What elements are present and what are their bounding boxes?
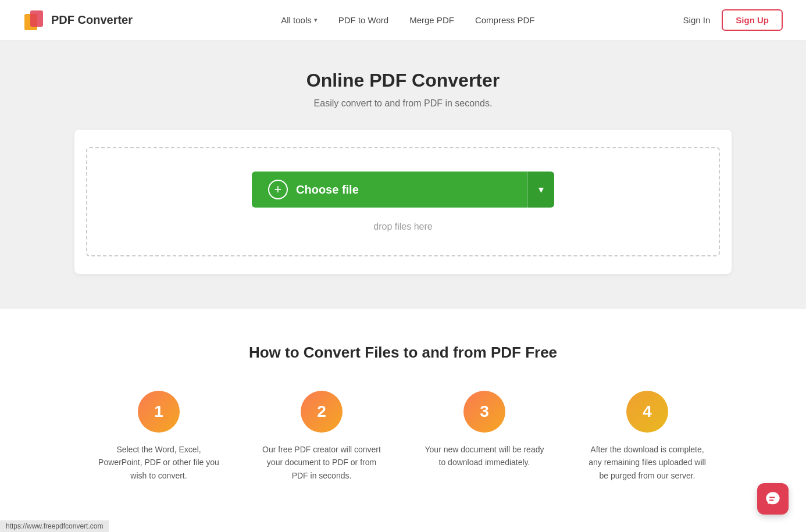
chevron-down-icon: ▾ <box>314 16 318 24</box>
status-url: https://www.freepdfconvert.com <box>6 522 103 529</box>
logo-icon <box>23 9 45 31</box>
choose-file-wrap: + Choose file ▾ <box>252 172 554 208</box>
hero-subtitle: Easily convert to and from PDF in second… <box>23 98 783 109</box>
upload-container: + Choose file ▾ drop files here <box>74 130 732 274</box>
drop-zone[interactable]: + Choose file ▾ drop files here <box>86 147 720 256</box>
sign-up-button[interactable]: Sign Up <box>722 9 783 31</box>
step-item-3: 3 Your new document will be ready to dow… <box>420 391 548 482</box>
step-number-1: 1 <box>138 391 180 433</box>
chat-icon <box>765 491 781 507</box>
step-desc-1: Select the Word, Excel, PowerPoint, PDF … <box>95 443 223 482</box>
steps-section: How to Convert Files to and from PDF Fre… <box>0 309 806 529</box>
step-desc-4: After the download is complete, any rema… <box>583 443 711 482</box>
status-bar: https://www.freepdfconvert.com <box>0 520 109 529</box>
sign-in-button[interactable]: Sign In <box>683 15 711 25</box>
step-number-2: 2 <box>301 391 343 433</box>
nav-merge-pdf[interactable]: Merge PDF <box>409 15 454 25</box>
step-desc-2: Our free PDF creator will convert your d… <box>258 443 386 482</box>
main-nav: All tools ▾ PDF to Word Merge PDF Compre… <box>281 15 534 25</box>
logo[interactable]: PDF Converter <box>23 9 133 31</box>
nav-pdf-to-word[interactable]: PDF to Word <box>338 15 388 25</box>
plus-circle-icon: + <box>268 180 288 199</box>
choose-file-button[interactable]: + Choose file <box>252 172 527 208</box>
chat-bubble-button[interactable] <box>757 483 789 515</box>
step-item-2: 2 Our free PDF creator will convert your… <box>258 391 386 482</box>
nav-all-tools[interactable]: All tools ▾ <box>281 15 318 25</box>
dropdown-arrow-icon: ▾ <box>538 183 544 196</box>
step-item-4: 4 After the download is complete, any re… <box>583 391 711 482</box>
header: PDF Converter All tools ▾ PDF to Word Me… <box>0 0 806 41</box>
step-desc-3: Your new document will be ready to downl… <box>420 443 548 469</box>
choose-file-label: Choose file <box>296 183 359 197</box>
hero-title: Online PDF Converter <box>23 70 783 91</box>
steps-title: How to Convert Files to and from PDF Fre… <box>23 344 783 362</box>
logo-text: PDF Converter <box>51 13 133 27</box>
auth-area: Sign In Sign Up <box>683 9 783 31</box>
step-number-4: 4 <box>626 391 668 433</box>
hero-section: Online PDF Converter Easily convert to a… <box>0 41 806 309</box>
steps-grid: 1 Select the Word, Excel, PowerPoint, PD… <box>83 391 723 482</box>
step-number-3: 3 <box>463 391 505 433</box>
step-item-1: 1 Select the Word, Excel, PowerPoint, PD… <box>95 391 223 482</box>
nav-compress-pdf[interactable]: Compress PDF <box>475 15 535 25</box>
svg-rect-1 <box>30 10 43 27</box>
choose-file-dropdown-button[interactable]: ▾ <box>527 172 554 208</box>
drop-text: drop files here <box>373 222 432 232</box>
